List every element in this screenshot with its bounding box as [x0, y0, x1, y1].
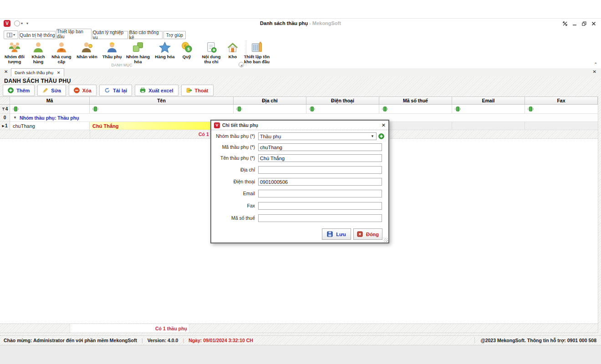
ribbon-item-kho[interactable]: Kho	[224, 40, 241, 61]
ribbon-item-khach-hang[interactable]: Khách hàng	[27, 40, 49, 66]
filter-cell-ma-so-thue[interactable]	[379, 105, 452, 113]
detail-dialog: V Chi tiết thầu phụ ✕ Nhóm thầu phụ (*) …	[210, 120, 389, 243]
filter-cell-fax[interactable]	[525, 105, 598, 113]
ribbon-item-nha-cung-cap[interactable]: Nhà cung cấp	[49, 40, 74, 66]
close-icon[interactable]	[591, 21, 596, 26]
dialog-close-icon[interactable]: ✕	[382, 122, 386, 128]
ma-thau-phu-input[interactable]	[258, 143, 382, 151]
filter-edit-icon	[382, 106, 388, 111]
grid-filter-row: 4	[0, 105, 598, 114]
ribbon-item-thau-phu[interactable]: Thầu phụ	[100, 40, 124, 61]
fax-input[interactable]	[258, 202, 382, 210]
row-focus-arrow-icon: ▶	[2, 124, 5, 128]
column-title: Email	[482, 98, 494, 103]
filter-edit-icon	[528, 106, 534, 111]
version-text: Version: 4.0.0	[148, 338, 178, 343]
close-box-icon	[357, 231, 363, 237]
column-header-dia-chi[interactable]: Địa chỉ	[234, 97, 306, 104]
application-menu-button[interactable]: ▾	[4, 30, 18, 39]
cell-fax[interactable]	[525, 122, 598, 130]
filter-cell-dien-thoai[interactable]	[306, 105, 379, 113]
dialog-resize-grip[interactable]	[384, 238, 388, 242]
email-input[interactable]	[258, 190, 382, 197]
ribbon-item-nhom-doi-tuong[interactable]: Nhóm đối tượng	[2, 40, 27, 66]
filter-cell-ten[interactable]	[90, 105, 234, 113]
people-group-icon	[8, 41, 21, 54]
delete-button[interactable]: Xóa	[69, 85, 97, 96]
column-header-ma[interactable]: Mã	[10, 97, 90, 104]
grid-header-row: Mã Tên Địa chỉ Điện thoại Mã số thuế Ema…	[0, 97, 598, 105]
column-header-fax[interactable]: Fax	[525, 97, 598, 104]
field-label: Mã thầu phụ (*)	[211, 144, 255, 150]
reload-button[interactable]: Tải lại	[99, 85, 132, 96]
status-bar: Chào mừng: Administrator đến với phần mề…	[0, 335, 601, 345]
ribbon-collapse-chevron-icon[interactable]: ⌃	[594, 62, 597, 66]
document-tab-strip: ✕ Danh sách thầu phụ ✕ ✕	[0, 68, 601, 77]
column-header-dien-thoai[interactable]: Điện thoại	[306, 97, 379, 104]
add-group-button[interactable]	[378, 133, 384, 139]
export-excel-button[interactable]: Xuất excel	[135, 85, 178, 96]
close-all-tabs-icon[interactable]: ✕	[4, 70, 8, 74]
cell-ma[interactable]: chuThang	[10, 122, 90, 130]
column-header-email[interactable]: Email	[452, 97, 525, 104]
ribbon-item-noi-dung-thu-chi[interactable]: Nội dung thu chi	[199, 40, 224, 66]
ribbon-tab-business-management[interactable]: Quản lý nghiệp vụ	[92, 31, 128, 39]
edit-button[interactable]: Sửa	[37, 85, 66, 96]
chevron-down-icon: ▾	[13, 33, 15, 37]
chevron-down-icon[interactable]: ▼	[371, 134, 375, 138]
ribbon-item-quy[interactable]: €$ Quỹ	[178, 40, 196, 61]
field-label: Tên thầu phụ (*)	[211, 155, 255, 161]
save-button[interactable]: Lưu	[322, 228, 351, 240]
group-collapse-icon[interactable]: ▼	[13, 116, 17, 120]
ma-so-thue-input[interactable]	[258, 214, 382, 222]
minimize-icon[interactable]	[572, 21, 577, 26]
funnel-icon	[2, 107, 5, 111]
dien-thoai-input[interactable]	[258, 178, 382, 186]
ribbon-item-label: Kho	[229, 55, 237, 60]
cell-value: chuThang	[13, 123, 35, 129]
nhom-thau-phu-combobox[interactable]: Thầu phụ ▼	[258, 132, 377, 140]
filter-cell-email[interactable]	[452, 105, 525, 113]
ten-thau-phu-input[interactable]	[258, 154, 382, 162]
ribbon-item-label: Hàng hóa	[155, 55, 174, 60]
ribbon-group-separator	[246, 40, 246, 66]
filter-cell-ma[interactable]	[10, 105, 90, 113]
ribbon-item-nhan-vien[interactable]: Nhân viên	[74, 40, 100, 61]
application-window: V ▾ ▾ Danh sách thầu phụ - MekongSoft	[0, 0, 601, 364]
ribbon-item-nhom-hang-hoa[interactable]: Nhóm hàng hóa	[124, 40, 152, 66]
column-title: Mã số thuế	[403, 98, 428, 103]
button-label: Lưu	[336, 232, 346, 237]
filter-edit-icon	[92, 106, 98, 111]
export-excel-icon	[140, 87, 146, 93]
tab-label: Thiết lập ban đầu	[57, 29, 91, 39]
cell-email[interactable]	[452, 122, 525, 130]
dia-chi-input[interactable]	[258, 166, 382, 174]
ribbon-item-hang-hoa[interactable]: Hàng hóa	[152, 40, 178, 61]
field-label: Mã số thuế	[211, 215, 255, 221]
grid-vertical-scrollbar[interactable]	[598, 96, 601, 333]
button-label: Xóa	[82, 88, 92, 93]
cell-ma-so-thue[interactable]	[379, 122, 452, 130]
column-header-ten[interactable]: Tên	[90, 97, 234, 104]
filter-cell-dia-chi[interactable]	[234, 105, 306, 113]
close-button[interactable]: Đóng	[353, 228, 382, 240]
restore-icon[interactable]	[581, 21, 587, 26]
window-title: Danh sách thầu phụ - MekongSoft	[0, 20, 601, 26]
ribbon-tab-reports[interactable]: Báo cáo thống kê	[129, 31, 163, 39]
group-dialog-launcher-icon[interactable]: ◢	[239, 62, 244, 67]
document-tab-active[interactable]: Danh sách thầu phụ ✕	[11, 68, 64, 76]
ribbon-tab-help[interactable]: Trợ giúp	[163, 31, 186, 39]
fullscreen-icon[interactable]	[562, 21, 568, 26]
filter-edit-icon	[309, 106, 315, 111]
dialog-title-bar[interactable]: V Chi tiết thầu phụ ✕	[211, 121, 388, 130]
ribbon-tab-system-admin[interactable]: Quản trị hệ thống	[19, 31, 56, 39]
group-row-label: Nhóm thầu phụ: Thầu phụ	[20, 115, 79, 121]
field-label: Email	[211, 191, 255, 196]
grid-indicator-header	[0, 97, 10, 104]
exit-button[interactable]: Thoát	[181, 85, 214, 96]
column-header-ma-so-thue[interactable]: Mã số thuế	[379, 97, 452, 104]
add-button[interactable]: Thêm	[3, 85, 35, 96]
close-tab-icon[interactable]: ✕	[57, 71, 61, 75]
close-document-icon[interactable]: ✕	[593, 70, 596, 74]
ribbon-tab-initial-setup[interactable]: Thiết lập ban đầu	[56, 29, 92, 40]
